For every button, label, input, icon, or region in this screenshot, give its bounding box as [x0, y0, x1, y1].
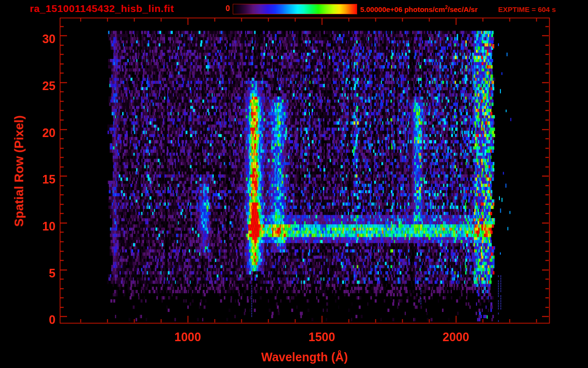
- y-tick-label: 0: [28, 313, 56, 326]
- y-tick-label: 15: [28, 173, 56, 185]
- spectral-image-canvas: [0, 0, 588, 368]
- x-tick-label: 1500: [308, 330, 335, 344]
- x-tick-label: 1000: [174, 330, 201, 344]
- y-tick-label: 30: [28, 33, 56, 45]
- x-axis-label: Wavelength (Å): [261, 350, 348, 364]
- y-tick-label: 5: [28, 267, 56, 279]
- y-tick-label: 25: [28, 80, 56, 92]
- spectral-display-window: { "header": { "filename": "ra_1510011454…: [0, 0, 588, 368]
- y-tick-label: 20: [28, 126, 56, 139]
- x-tick-label: 2000: [442, 330, 469, 344]
- y-tick-label: 10: [28, 220, 56, 232]
- y-axis-label: Spatial Row (Pixel): [12, 115, 27, 227]
